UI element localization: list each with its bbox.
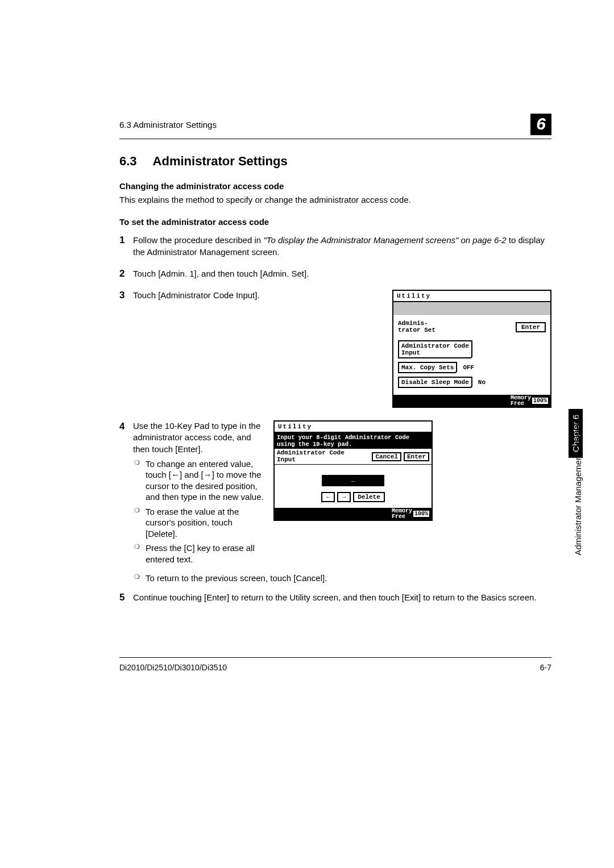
step-5: 5 Continue touching [Enter] to return to… xyxy=(119,592,551,603)
step-2: 2 Touch [Admin. 1], and then touch [Admi… xyxy=(119,268,551,279)
max-copy-sets-button[interactable]: Max. Copy Sets xyxy=(398,362,457,373)
disable-sleep-mode-button[interactable]: Disable Sleep Mode xyxy=(398,377,472,388)
side-section-label: Administrator Management Operations xyxy=(573,409,583,556)
administrator-set-label: Adminis- trator Set xyxy=(398,320,435,333)
step-number: 2 xyxy=(119,268,133,279)
admin-code-input-label: Administrator Code Input xyxy=(277,450,345,463)
admin-code-input-button[interactable]: Administrator Code Input xyxy=(398,340,472,358)
memory-free-pct: 100% xyxy=(532,398,548,404)
screen-title: Utility xyxy=(393,291,550,302)
hatched-area xyxy=(393,302,550,315)
step-number: 1 xyxy=(119,235,133,258)
intro-paragraph: This explains the method to specify or c… xyxy=(119,194,551,206)
step-text: Touch [Administrator Code Input]. xyxy=(133,290,383,301)
disable-sleep-mode-value: No xyxy=(478,379,486,386)
cancel-button[interactable]: Cancel xyxy=(372,452,401,461)
subheading-changing-code: Changing the administrator access code xyxy=(119,181,551,191)
bullet-item: To change an entered value, touch [←] an… xyxy=(146,458,264,503)
footer-model: Di2010/Di2510/Di3010/Di3510 xyxy=(119,663,227,672)
bullet-item: To erase the value at the cursor's posit… xyxy=(146,506,264,540)
step-reference: "To display the Administrator Management… xyxy=(263,235,506,245)
header-rule xyxy=(119,139,551,139)
screen-instruction: Input your 8-digit Administrator Code us… xyxy=(275,433,432,449)
step-text: Use the 10-Key Pad to type in the admini… xyxy=(133,420,264,455)
step-3: 3 Touch [Administrator Code Input]. Util… xyxy=(119,290,551,408)
screen-title: Utility xyxy=(275,422,432,433)
screenshot-code-input: Utility Input your 8-digit Administrator… xyxy=(273,420,433,521)
memory-free-pct: 100% xyxy=(413,511,429,517)
screen-footer: MemoryFree100% xyxy=(393,395,550,407)
footer-rule xyxy=(119,657,551,658)
section-title: 6.3Administrator Settings xyxy=(119,154,551,169)
enter-button[interactable]: Enter xyxy=(404,452,429,461)
screenshot-admin-set: Utility Adminis- trator Set Enter Admini… xyxy=(392,290,551,408)
step-number: 4 xyxy=(119,420,133,455)
footer-page-number: 6-7 xyxy=(540,663,551,672)
screen-footer: MemoryFree100% xyxy=(275,508,432,520)
step-text: Touch [Admin. 1], and then touch [Admin.… xyxy=(133,268,551,279)
step-text: Follow the procedure described in xyxy=(133,235,263,245)
code-display: _ xyxy=(322,475,384,486)
section-heading-text: Administrator Settings xyxy=(153,154,288,168)
section-number: 6.3 xyxy=(119,154,137,169)
delete-button[interactable]: Delete xyxy=(353,492,385,502)
max-copy-sets-value: OFF xyxy=(463,364,474,371)
chapter-badge: 6 xyxy=(530,114,551,135)
arrow-right-button[interactable]: → xyxy=(337,492,351,502)
subheading-to-set-code: To set the administrator access code xyxy=(119,217,551,227)
step-4: 4 Use the 10-Key Pad to type in the admi… xyxy=(119,420,551,568)
arrow-left-button[interactable]: ← xyxy=(321,492,335,502)
step-number: 3 xyxy=(119,290,133,301)
step-text: Continue touching [Enter] to return to t… xyxy=(133,592,551,603)
enter-button[interactable]: Enter xyxy=(516,322,546,332)
step-1: 1 Follow the procedure described in "To … xyxy=(119,235,551,258)
bullet-item: To return to the previous screen, touch … xyxy=(146,573,551,584)
bullet-item: Press the [C] key to erase all entered t… xyxy=(146,542,264,565)
running-header: 6.3 Administrator Settings xyxy=(119,120,217,130)
step-number: 5 xyxy=(119,592,133,603)
